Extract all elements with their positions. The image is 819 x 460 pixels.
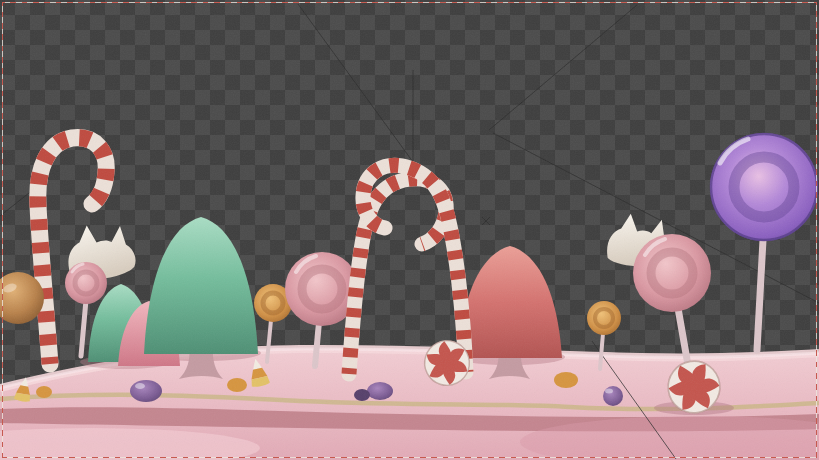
canvas-area[interactable]: Candy land 3D render over transparent ch… <box>0 0 819 460</box>
candy-scene: Candy land 3D render over transparent ch… <box>0 0 819 460</box>
editor-viewport: Candy land 3D render over transparent ch… <box>0 0 819 460</box>
render-grain <box>0 0 819 460</box>
